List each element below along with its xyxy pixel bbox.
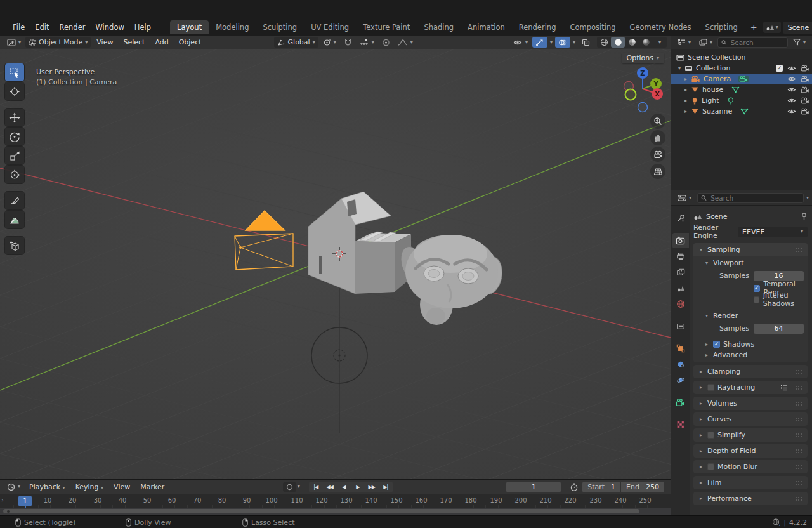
tool-transform[interactable]	[5, 166, 24, 183]
disable-render-icon[interactable]	[801, 97, 809, 104]
disable-render-icon[interactable]	[801, 76, 809, 82]
outliner-search-input[interactable]	[730, 38, 784, 47]
simplify-panel-header[interactable]: ▸ Simplify	[693, 428, 808, 442]
auto-keying-dropdown[interactable]: ▾	[298, 484, 300, 489]
world-properties-tab[interactable]	[672, 296, 689, 312]
simplify-checkbox[interactable]	[707, 432, 714, 439]
menu-playback[interactable]: Playback ▾	[25, 482, 70, 492]
overlays-dropdown[interactable]: ▾	[572, 40, 577, 45]
viewport-subpanel-header[interactable]: ▾ Viewport	[693, 256, 808, 269]
depth-of-field-panel-header[interactable]: ▸ Depth of Field	[693, 444, 808, 458]
transform-orientation-dropdown[interactable]: Global ▾	[274, 37, 318, 48]
clamping-panel-header[interactable]: ▸ Clamping	[693, 365, 808, 378]
advanced-subpanel-header[interactable]: ▸ Advanced	[693, 350, 808, 362]
volumes-panel-header[interactable]: ▸ Volumes	[693, 397, 808, 410]
outliner-display-mode-dropdown[interactable]: ▾	[674, 37, 694, 47]
motion-blur-panel-header[interactable]: ▸ Motion Blur	[693, 460, 808, 473]
light-data-icon[interactable]	[726, 97, 735, 105]
tool-select-box[interactable]	[5, 63, 24, 81]
panel-grip[interactable]	[795, 369, 803, 374]
panel-grip[interactable]	[795, 401, 803, 406]
collection-exclude-checkbox[interactable]: ✓	[776, 65, 783, 72]
mesh-data-icon[interactable]	[731, 86, 740, 93]
expand-icon[interactable]: ▸	[683, 76, 689, 82]
outliner-filter-dropdown[interactable]: ▾	[790, 37, 809, 47]
tab-sculpting[interactable]: Sculpting	[256, 20, 304, 34]
tab-texture-paint[interactable]: Texture Paint	[356, 20, 417, 34]
outliner-search[interactable]	[717, 37, 788, 48]
gizmo-plus-y[interactable]: Y	[650, 78, 662, 89]
properties-editor-type-button[interactable]: ▾	[674, 193, 695, 203]
film-panel-header[interactable]: ▸ Film	[693, 476, 808, 489]
gizmos-dropdown[interactable]: ▾	[549, 40, 554, 45]
sampling-panel-header[interactable]: ▾ Sampling	[693, 243, 808, 256]
current-frame-field[interactable]: 1	[506, 482, 561, 492]
motion-blur-checkbox[interactable]	[707, 463, 714, 470]
expand-icon[interactable]: ▸	[683, 87, 689, 93]
tab-shading[interactable]: Shading	[417, 20, 461, 34]
panel-grip[interactable]	[795, 433, 803, 437]
tool-measure[interactable]	[5, 211, 24, 228]
menu-help[interactable]: Help	[129, 21, 156, 34]
expand-icon[interactable]: ▸	[683, 109, 689, 114]
next-keyframe-button[interactable]: ▶▶	[365, 482, 379, 492]
disable-render-icon[interactable]	[801, 86, 809, 93]
outliner-row-suzanne[interactable]: ▸ Suzanne	[671, 106, 812, 117]
collection-properties-tab[interactable]	[672, 319, 689, 334]
hide-eye-icon[interactable]	[787, 108, 796, 115]
playhead[interactable]: 1	[18, 496, 32, 506]
outliner-row-scene-collection[interactable]: Scene Collection	[671, 52, 812, 63]
hide-eye-icon[interactable]	[787, 65, 796, 72]
start-frame-field[interactable]: Start 1	[582, 482, 620, 492]
timeline-ruler[interactable]: 10 20 30 40 50 60 70 80 90 100 110 120 1…	[0, 494, 671, 508]
play-button[interactable]: ▶	[351, 482, 365, 492]
panel-grip[interactable]	[795, 417, 803, 421]
shading-dropdown[interactable]: ▾	[653, 37, 667, 48]
menu-select[interactable]: Select	[119, 37, 149, 48]
viewport-3d[interactable]: User Perspective (1) Collection | Camera…	[0, 50, 671, 479]
menu-add[interactable]: Add	[150, 37, 173, 48]
menu-view[interactable]: View	[92, 37, 117, 48]
render-subpanel-header[interactable]: ▾ Render	[693, 309, 808, 322]
temporal-reprojection-checkbox[interactable]: ✓	[754, 285, 760, 292]
gizmo-plus-z[interactable]: Z	[637, 67, 648, 79]
menu-object[interactable]: Object	[174, 37, 206, 48]
snap-settings-dropdown[interactable]: ▾	[357, 37, 377, 48]
pivot-point-dropdown[interactable]: ▾	[320, 37, 339, 48]
navigation-gizmo[interactable]: Z Y X	[620, 63, 665, 116]
menu-view[interactable]: View	[109, 482, 134, 492]
tab-animation[interactable]: Animation	[461, 20, 512, 34]
physics-properties-tab[interactable]	[672, 373, 689, 388]
panel-grip[interactable]	[795, 465, 803, 469]
shading-solid-button[interactable]	[611, 37, 625, 48]
play-reverse-button[interactable]: ◀	[337, 482, 351, 492]
outliner-filter-images-dropdown[interactable]: ▾	[696, 37, 716, 47]
timeline-editor-type-button[interactable]: ▾	[4, 482, 23, 492]
panel-grip[interactable]	[795, 248, 803, 252]
tab-uv-editing[interactable]: UV Editing	[304, 20, 356, 34]
panel-grip[interactable]	[795, 496, 803, 501]
properties-options-dropdown[interactable]: ▾	[806, 195, 809, 201]
menu-edit[interactable]: Edit	[30, 21, 54, 34]
render-properties-tab[interactable]	[672, 233, 689, 248]
use-preview-range-button[interactable]	[567, 482, 581, 492]
raytracing-checkbox[interactable]	[707, 384, 714, 391]
add-workspace-button[interactable]: +	[745, 23, 763, 32]
timeline-scrollbar[interactable]	[3, 509, 639, 513]
jump-to-end-button[interactable]: ▶|	[379, 482, 393, 492]
proportional-editing-toggle[interactable]	[379, 37, 393, 48]
outliner-row-camera[interactable]: ▸ Camera	[671, 74, 812, 84]
tab-rendering[interactable]: Rendering	[512, 20, 563, 34]
gizmo-minus-z[interactable]	[638, 103, 648, 112]
options-button[interactable]: Options▾	[622, 53, 664, 63]
hide-eye-icon[interactable]	[787, 86, 796, 93]
scene-name-field[interactable]: Scene	[783, 22, 812, 34]
editor-type-button[interactable]: ▾	[4, 37, 24, 48]
camera-view-button[interactable]	[650, 147, 665, 162]
disable-render-icon[interactable]	[801, 65, 809, 72]
menu-render[interactable]: Render	[55, 21, 91, 34]
orthographic-toggle-button[interactable]	[650, 164, 665, 179]
object-visibility-dropdown[interactable]: ▾	[510, 37, 531, 48]
pin-icon[interactable]	[801, 213, 808, 220]
curves-panel-header[interactable]: ▸ Curves	[693, 412, 808, 426]
